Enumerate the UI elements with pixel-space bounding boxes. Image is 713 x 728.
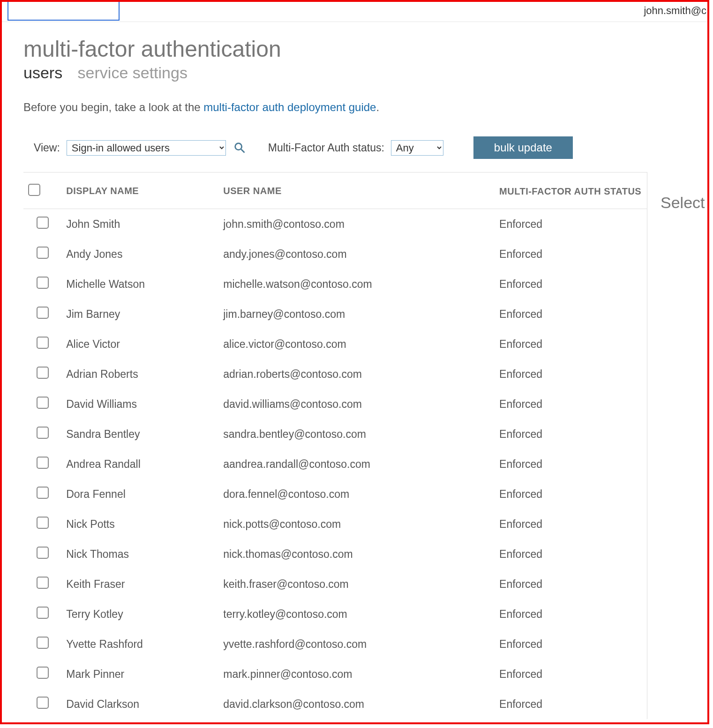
cell-display-name: Andrea Randall <box>61 449 218 479</box>
cell-display-name: Terry Kotley <box>61 599 218 629</box>
table-row[interactable]: Nick Pottsnick.potts@contoso.comEnforced <box>23 509 647 539</box>
view-select[interactable]: Sign-in allowed users <box>67 140 226 156</box>
cell-mfa-status: Enforced <box>495 569 647 599</box>
cell-display-name: David Williams <box>61 389 218 419</box>
cell-display-name: Adrian Roberts <box>61 359 218 389</box>
browser-tab-outline[interactable] <box>8 2 120 21</box>
select-all-checkbox[interactable] <box>28 184 40 196</box>
table-row[interactable]: Jim Barneyjim.barney@contoso.comEnforced <box>23 299 647 329</box>
cell-display-name: Nick Thomas <box>61 539 218 569</box>
row-checkbox[interactable] <box>37 637 49 649</box>
table-row[interactable]: Yvette Rashfordyvette.rashford@contoso.c… <box>23 629 647 659</box>
table-row[interactable]: Andrea Randallaandrea.randall@contoso.co… <box>23 449 647 479</box>
search-icon[interactable] <box>233 141 247 155</box>
cell-mfa-status: Enforced <box>495 239 647 269</box>
row-checkbox[interactable] <box>37 217 49 229</box>
row-checkbox[interactable] <box>37 607 49 619</box>
cell-user-name: david.williams@contoso.com <box>218 389 495 419</box>
intro-prefix: Before you begin, take a look at the <box>23 101 203 113</box>
cell-mfa-status: Enforced <box>495 329 647 359</box>
cell-mfa-status: Enforced <box>495 659 647 689</box>
row-checkbox[interactable] <box>37 517 49 529</box>
cell-display-name: Dora Fennel <box>61 479 218 509</box>
cell-user-name: john.smith@contoso.com <box>218 209 495 240</box>
mfa-status-label: Multi-Factor Auth status: <box>268 142 384 154</box>
table-row[interactable]: David Williamsdavid.williams@contoso.com… <box>23 389 647 419</box>
tab-users[interactable]: users <box>23 64 62 82</box>
mfa-status-select[interactable]: Any <box>391 140 443 156</box>
bulk-update-button[interactable]: bulk update <box>473 136 573 159</box>
col-mfa-status[interactable]: MULTI-FACTOR AUTH STATUS <box>495 173 647 209</box>
row-checkbox[interactable] <box>37 277 49 289</box>
cell-display-name: Jim Barney <box>61 299 218 329</box>
cell-display-name: Nick Potts <box>61 509 218 539</box>
row-checkbox[interactable] <box>37 547 49 559</box>
cell-user-name: michelle.watson@contoso.com <box>218 269 495 299</box>
row-checkbox[interactable] <box>37 337 49 349</box>
col-user-name[interactable]: USER NAME <box>218 173 495 209</box>
cell-mfa-status: Enforced <box>495 509 647 539</box>
cell-mfa-status: Enforced <box>495 599 647 629</box>
row-checkbox[interactable] <box>37 367 49 379</box>
account-label: john.smith@c <box>644 5 706 17</box>
cell-mfa-status: Enforced <box>495 389 647 419</box>
cell-user-name: alice.victor@contoso.com <box>218 329 495 359</box>
row-checkbox[interactable] <box>37 247 49 259</box>
table-row[interactable]: David Clarksondavid.clarkson@contoso.com… <box>23 689 647 719</box>
side-panel: Select <box>647 172 705 719</box>
deployment-guide-link[interactable]: multi-factor auth deployment guide <box>203 101 376 113</box>
row-checkbox[interactable] <box>37 457 49 469</box>
row-checkbox[interactable] <box>37 487 49 499</box>
cell-user-name: sandra.bentley@contoso.com <box>218 419 495 449</box>
top-bar: john.smith@c <box>2 2 707 22</box>
cell-display-name: Alice Victor <box>61 329 218 359</box>
table-row[interactable]: Michelle Watsonmichelle.watson@contoso.c… <box>23 269 647 299</box>
cell-mfa-status: Enforced <box>495 299 647 329</box>
table-row[interactable]: Adrian Robertsadrian.roberts@contoso.com… <box>23 359 647 389</box>
row-checkbox[interactable] <box>37 697 49 709</box>
row-checkbox[interactable] <box>37 427 49 439</box>
cell-mfa-status: Enforced <box>495 359 647 389</box>
cell-user-name: mark.pinner@contoso.com <box>218 659 495 689</box>
cell-display-name: Mark Pinner <box>61 659 218 689</box>
table-row[interactable]: Alice Victoralice.victor@contoso.comEnfo… <box>23 329 647 359</box>
cell-display-name: Sandra Bentley <box>61 419 218 449</box>
cell-user-name: dora.fennel@contoso.com <box>218 479 495 509</box>
page-tabs: users service settings <box>23 64 707 82</box>
cell-user-name: keith.fraser@contoso.com <box>218 569 495 599</box>
cell-mfa-status: Enforced <box>495 479 647 509</box>
table-row[interactable]: Keith Fraserkeith.fraser@contoso.comEnfo… <box>23 569 647 599</box>
cell-display-name: Keith Fraser <box>61 569 218 599</box>
intro-text: Before you begin, take a look at the mul… <box>23 101 707 114</box>
table-row[interactable]: Mark Pinnermark.pinner@contoso.comEnforc… <box>23 659 647 689</box>
table-row[interactable]: Andy Jonesandy.jones@contoso.comEnforced <box>23 239 647 269</box>
table-row[interactable]: Dora Fenneldora.fennel@contoso.comEnforc… <box>23 479 647 509</box>
cell-mfa-status: Enforced <box>495 449 647 479</box>
cell-mfa-status: Enforced <box>495 269 647 299</box>
cell-mfa-status: Enforced <box>495 689 647 719</box>
cell-user-name: aandrea.randall@contoso.com <box>218 449 495 479</box>
intro-suffix: . <box>376 101 379 113</box>
table-row[interactable]: John Smithjohn.smith@contoso.comEnforced <box>23 209 647 240</box>
cell-user-name: andy.jones@contoso.com <box>218 239 495 269</box>
cell-user-name: nick.thomas@contoso.com <box>218 539 495 569</box>
row-checkbox[interactable] <box>37 667 49 679</box>
row-checkbox[interactable] <box>37 577 49 589</box>
tab-service-settings[interactable]: service settings <box>78 64 188 82</box>
main-content: multi-factor authentication users servic… <box>2 22 707 719</box>
app-window: john.smith@c multi-factor authentication… <box>0 0 709 724</box>
row-checkbox[interactable] <box>37 397 49 409</box>
cell-user-name: jim.barney@contoso.com <box>218 299 495 329</box>
cell-mfa-status: Enforced <box>495 419 647 449</box>
view-label: View: <box>34 142 60 154</box>
side-panel-heading: Select <box>660 194 705 212</box>
col-display-name[interactable]: DISPLAY NAME <box>61 173 218 209</box>
cell-mfa-status: Enforced <box>495 539 647 569</box>
toolbar: View: Sign-in allowed users Multi-Factor… <box>23 136 707 159</box>
table-row[interactable]: Sandra Bentleysandra.bentley@contoso.com… <box>23 419 647 449</box>
cell-user-name: nick.potts@contoso.com <box>218 509 495 539</box>
table-row[interactable]: Nick Thomasnick.thomas@contoso.comEnforc… <box>23 539 647 569</box>
table-row[interactable]: Terry Kotleyterry.kotley@contoso.comEnfo… <box>23 599 647 629</box>
row-checkbox[interactable] <box>37 307 49 319</box>
cell-display-name: David Clarkson <box>61 689 218 719</box>
